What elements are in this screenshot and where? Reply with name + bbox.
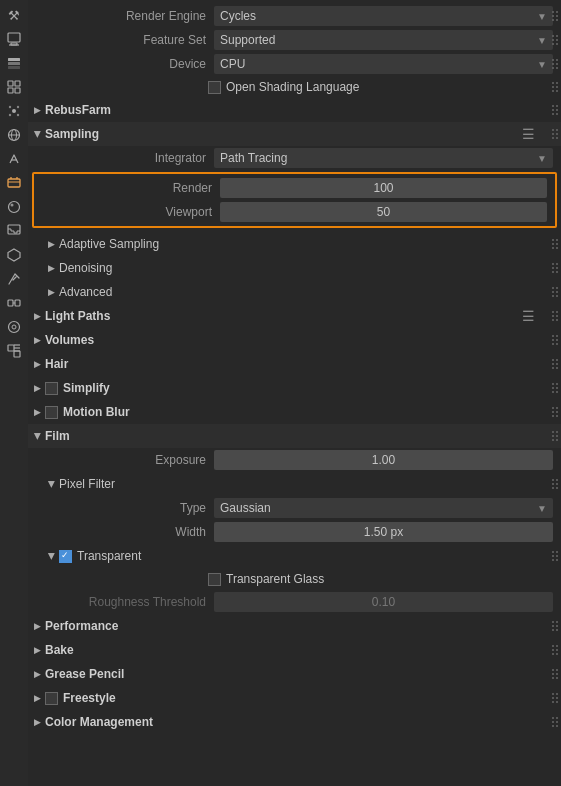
device-value[interactable]: CPU ▼ bbox=[214, 54, 553, 74]
dropdown-arrow-icon: ▼ bbox=[537, 153, 547, 164]
denoising-section[interactable]: ▶ Denoising bbox=[28, 256, 561, 280]
adaptive-sampling-section[interactable]: ▶ Adaptive Sampling bbox=[28, 232, 561, 256]
object-constraints-icon[interactable] bbox=[3, 292, 25, 314]
roughness-threshold-row: Roughness Threshold 0.10 bbox=[28, 590, 561, 614]
light-paths-options-icon[interactable]: ☰ bbox=[522, 308, 555, 324]
collapse-icon: ▶ bbox=[34, 645, 41, 655]
width-value-field[interactable]: 1.50 px bbox=[214, 522, 553, 542]
transparent-glass-checkbox[interactable] bbox=[208, 573, 221, 586]
transparent-section[interactable]: ▶ Transparent bbox=[28, 544, 561, 568]
world-icon[interactable] bbox=[3, 220, 25, 242]
constraints-icon[interactable] bbox=[3, 148, 25, 170]
svg-rect-19 bbox=[8, 179, 20, 187]
exposure-value-field[interactable]: 1.00 bbox=[214, 450, 553, 470]
svg-point-13 bbox=[9, 114, 11, 116]
dropdown-arrow-icon: ▼ bbox=[537, 59, 547, 70]
collapse-icon: ▶ bbox=[34, 717, 41, 727]
integrator-dropdown[interactable]: Path Tracing ▼ bbox=[214, 148, 553, 168]
svg-rect-5 bbox=[8, 66, 20, 69]
output-icon[interactable] bbox=[3, 28, 25, 50]
light-paths-section[interactable]: ▶ Light Paths ☰ bbox=[28, 304, 561, 328]
width-label: Width bbox=[34, 525, 214, 539]
open-shading-checkbox[interactable] bbox=[208, 81, 221, 94]
feature-set-value[interactable]: Supported ▼ bbox=[214, 30, 553, 50]
sampling-title: Sampling bbox=[45, 127, 99, 141]
viewport-value-field[interactable]: 50 bbox=[220, 202, 547, 222]
tools-icon[interactable]: ⚒ bbox=[3, 4, 25, 26]
drag-handle bbox=[552, 311, 558, 321]
render-properties-icon[interactable] bbox=[3, 172, 25, 194]
advanced-section[interactable]: ▶ Advanced bbox=[28, 280, 561, 304]
drag-handle bbox=[552, 35, 558, 45]
film-section[interactable]: ▶ Film bbox=[28, 424, 561, 448]
scene-icon[interactable] bbox=[3, 316, 25, 338]
drag-handle bbox=[552, 383, 558, 393]
drag-handle bbox=[552, 551, 558, 561]
sampling-options-icon[interactable]: ☰ bbox=[522, 126, 555, 142]
drag-handle bbox=[552, 669, 558, 679]
collapse-icon: ▶ bbox=[48, 239, 55, 249]
exposure-label: Exposure bbox=[34, 453, 214, 467]
freestyle-checkbox[interactable] bbox=[45, 692, 58, 705]
volumes-title: Volumes bbox=[45, 333, 94, 347]
physics-icon[interactable] bbox=[3, 124, 25, 146]
svg-rect-9 bbox=[15, 88, 20, 93]
material-icon[interactable] bbox=[3, 196, 25, 218]
roughness-threshold-label: Roughness Threshold bbox=[34, 595, 214, 609]
scene-props-icon[interactable] bbox=[3, 76, 25, 98]
view-layer-icon[interactable] bbox=[3, 52, 25, 74]
exposure-row: Exposure 1.00 bbox=[28, 448, 561, 472]
render-engine-dropdown[interactable]: Cycles ▼ bbox=[214, 6, 553, 26]
collapse-icon: ▶ bbox=[34, 621, 41, 631]
collapse-icon: ▶ bbox=[34, 335, 41, 345]
grease-pencil-section[interactable]: ▶ Grease Pencil bbox=[28, 662, 561, 686]
performance-title: Performance bbox=[45, 619, 118, 633]
drag-handle bbox=[552, 11, 558, 21]
device-dropdown[interactable]: CPU ▼ bbox=[214, 54, 553, 74]
dropdown-arrow-icon: ▼ bbox=[537, 503, 547, 514]
svg-rect-3 bbox=[8, 58, 20, 61]
drag-handle bbox=[552, 407, 558, 417]
color-management-section[interactable]: ▶ Color Management bbox=[28, 710, 561, 734]
freestyle-icon[interactable] bbox=[3, 340, 25, 362]
viewport-label: Viewport bbox=[40, 205, 220, 219]
color-management-title: Color Management bbox=[45, 715, 153, 729]
object-data-icon[interactable] bbox=[3, 244, 25, 266]
drag-handle bbox=[552, 59, 558, 69]
hair-section[interactable]: ▶ Hair bbox=[28, 352, 561, 376]
pixel-filter-section[interactable]: ▶ Pixel Filter bbox=[28, 472, 561, 496]
volumes-section[interactable]: ▶ Volumes bbox=[28, 328, 561, 352]
simplify-section[interactable]: ▶ Simplify bbox=[28, 376, 561, 400]
type-label: Type bbox=[34, 501, 214, 515]
drag-handle bbox=[552, 717, 558, 727]
transparent-glass-label: Transparent Glass bbox=[226, 572, 324, 586]
rebus-farm-section[interactable]: ▶ RebusFarm bbox=[28, 98, 561, 122]
svg-point-12 bbox=[17, 106, 19, 108]
denoising-title: Denoising bbox=[59, 261, 112, 275]
sampling-section[interactable]: ▶ Sampling ☰ bbox=[28, 122, 561, 146]
sidebar: ⚒ bbox=[0, 0, 28, 786]
render-value-field[interactable]: 100 bbox=[220, 178, 547, 198]
motion-blur-checkbox[interactable] bbox=[45, 406, 58, 419]
collapse-icon: ▶ bbox=[47, 553, 57, 560]
grease-pencil-title: Grease Pencil bbox=[45, 667, 124, 681]
type-dropdown[interactable]: Gaussian ▼ bbox=[214, 498, 553, 518]
film-title: Film bbox=[45, 429, 70, 443]
motion-blur-section[interactable]: ▶ Motion Blur bbox=[28, 400, 561, 424]
transparent-checkbox[interactable] bbox=[59, 550, 72, 563]
drag-handle bbox=[552, 105, 558, 115]
performance-section[interactable]: ▶ Performance bbox=[28, 614, 561, 638]
hair-title: Hair bbox=[45, 357, 68, 371]
type-row: Type Gaussian ▼ bbox=[28, 496, 561, 520]
svg-point-23 bbox=[9, 202, 20, 213]
particles-icon[interactable] bbox=[3, 100, 25, 122]
bake-section[interactable]: ▶ Bake bbox=[28, 638, 561, 662]
modifier-icon[interactable] bbox=[3, 268, 25, 290]
feature-set-dropdown[interactable]: Supported ▼ bbox=[214, 30, 553, 50]
simplify-checkbox[interactable] bbox=[45, 382, 58, 395]
feature-set-label: Feature Set bbox=[34, 33, 214, 47]
render-engine-value[interactable]: Cycles ▼ bbox=[214, 6, 553, 26]
collapse-icon: ▶ bbox=[48, 263, 55, 273]
freestyle-section[interactable]: ▶ Freestyle bbox=[28, 686, 561, 710]
properties-panel: Render Engine Cycles ▼ Feature Set bbox=[28, 0, 561, 786]
